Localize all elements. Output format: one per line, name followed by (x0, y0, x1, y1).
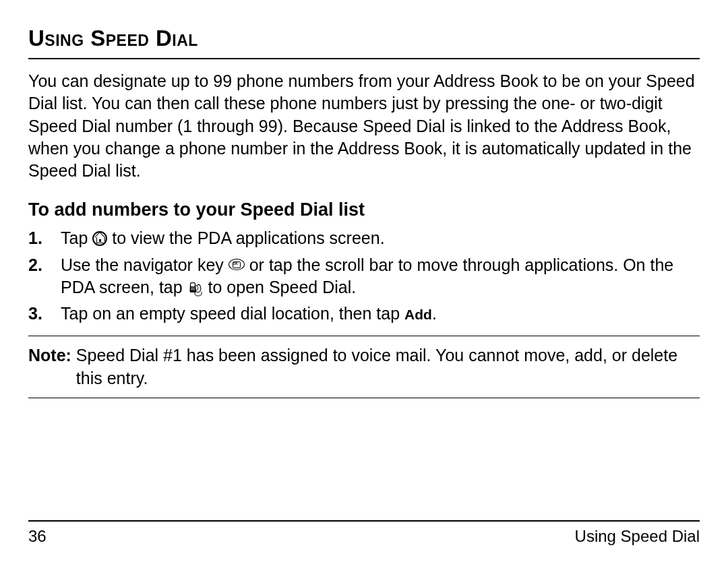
step-body: Use the navigator key or tap the scroll … (61, 254, 700, 299)
step-number: 1. (28, 227, 61, 249)
note-body: Speed Dial #1 has been assigned to voice… (76, 344, 700, 389)
step-3: 3. Tap on an empty speed dial location, … (28, 303, 700, 325)
add-button-label: Add (404, 307, 432, 322)
svg-point-2 (192, 288, 193, 289)
page-number: 36 (28, 527, 47, 546)
note-label: Note: (28, 344, 76, 389)
home-icon (92, 231, 107, 246)
svg-point-6 (193, 289, 195, 290)
svg-rect-0 (191, 283, 195, 286)
step-1: 1. Tap to view the PDA applications scre… (28, 227, 700, 249)
step-body: Tap to view the PDA applications screen. (61, 227, 700, 249)
step-text: to view the PDA applications screen. (112, 228, 384, 247)
note-block: Note: Speed Dial #1 has been assigned to… (28, 336, 700, 398)
step-2: 2. Use the navigator key or tap the scro… (28, 254, 700, 299)
svg-point-3 (193, 288, 195, 289)
step-body: Tap on an empty speed dial location, the… (61, 303, 700, 325)
step-number: 2. (28, 254, 61, 299)
svg-point-1 (191, 288, 192, 289)
svg-point-4 (191, 289, 192, 290)
step-text: Tap (61, 228, 92, 247)
speed-dial-app-icon (187, 280, 204, 294)
footer-section: Using Speed Dial (575, 527, 700, 546)
step-text: to open Speed Dial. (208, 278, 357, 296)
page-title: Using Speed Dial (28, 26, 700, 59)
step-text: . (432, 304, 437, 323)
page-footer: 36 Using Speed Dial (28, 520, 700, 546)
svg-point-5 (192, 289, 193, 290)
step-text: Use the navigator key (61, 255, 229, 274)
step-number: 3. (28, 303, 61, 325)
step-text: Tap on an empty speed dial location, the… (61, 304, 404, 323)
steps-list: 1. Tap to view the PDA applications scre… (28, 227, 700, 325)
intro-paragraph: You can designate up to 99 phone numbers… (28, 70, 700, 182)
navigator-key-icon (229, 259, 245, 270)
subheading: To add numbers to your Speed Dial list (28, 199, 700, 220)
